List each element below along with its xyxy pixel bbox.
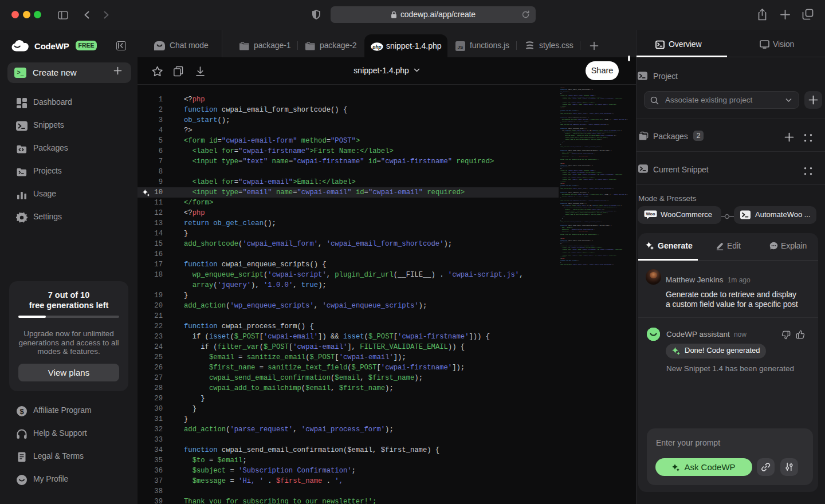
svg-text:$: $ <box>19 407 24 416</box>
svg-text:php: php <box>372 44 381 50</box>
svg-text:JS: JS <box>458 45 463 50</box>
svg-text:Woo: Woo <box>646 211 655 216</box>
